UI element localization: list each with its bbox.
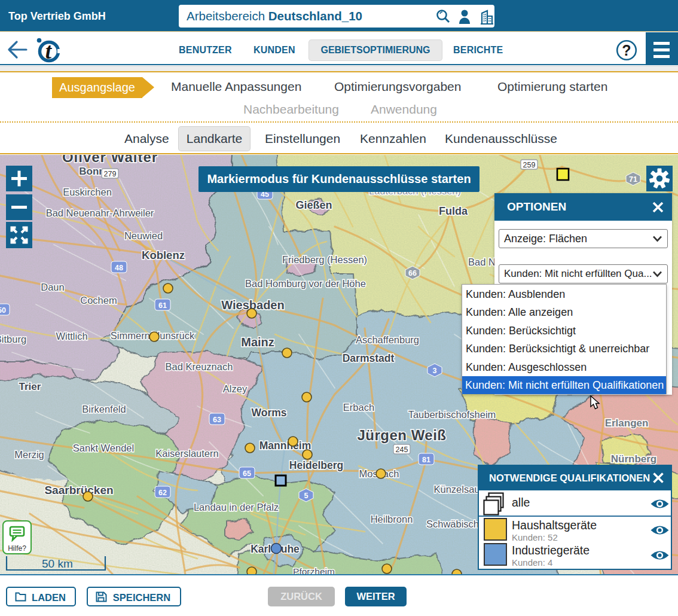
svg-text:66: 66 [408,269,417,277]
svg-text:?: ? [622,42,631,59]
svg-text:63: 63 [213,416,221,424]
svg-text:Oliver Walter: Oliver Walter [62,155,158,165]
svg-text:Euskirchen: Euskirchen [63,187,112,197]
svg-text:Alzey: Alzey [223,383,248,394]
svg-text:Bonn: Bonn [79,166,105,177]
svg-text:Bad Kreuznach: Bad Kreuznach [166,361,233,372]
svg-text:Sankt Wendel: Sankt Wendel [73,443,134,453]
svg-text:Daun: Daun [41,282,64,292]
svg-text:3: 3 [433,367,437,375]
svg-text:t: t [45,39,53,63]
svg-text:Neuwied: Neuwied [124,230,163,241]
svg-text:Landau in der Pfalz: Landau in der Pfalz [194,502,279,513]
svg-text:Bad Homburg vor der Höhe: Bad Homburg vor der Höhe [245,278,366,289]
svg-text:Heilbronn: Heilbronn [371,514,413,524]
svg-text:50: 50 [0,306,6,315]
svg-text:Mainz: Mainz [241,336,274,349]
svg-text:Mannheim: Mannheim [259,440,311,452]
svg-text:Aschaffenburg: Aschaffenburg [356,334,419,345]
svg-text:71: 71 [629,175,637,184]
svg-text:Heidelberg: Heidelberg [289,459,343,471]
svg-text:Saarbrücken: Saarbrücken [44,484,113,496]
svg-text:Künzelsau: Künzelsau [433,484,480,495]
svg-text:Koblenz: Koblenz [142,249,185,261]
svg-text:5: 5 [304,492,309,500]
svg-text:Worms: Worms [252,407,287,419]
svg-text:61: 61 [158,301,167,310]
svg-text:Friedberg (Hessen): Friedberg (Hessen) [282,254,367,265]
svg-text:48: 48 [115,264,123,272]
svg-text:62: 62 [158,489,167,497]
svg-text:81: 81 [422,456,430,464]
svg-text:Bad Neuenahr-Ahrweiler: Bad Neuenahr-Ahrweiler [46,208,154,218]
svg-text:Schwäbisch: Schwäbisch [426,519,479,529]
svg-text:Merzig: Merzig [14,449,44,460]
svg-text:Fulda: Fulda [439,205,468,217]
svg-text:Trier: Trier [19,381,41,392]
svg-text:Jürgen Weiß: Jürgen Weiß [357,427,446,443]
svg-text:65: 65 [243,469,251,478]
svg-text:Erbach: Erbach [343,402,374,413]
svg-text:259: 259 [523,161,536,169]
svg-text:Darmstadt: Darmstadt [343,352,395,364]
svg-text:Wittlich: Wittlich [56,331,87,341]
svg-text:Cochem: Cochem [80,295,117,306]
svg-text:245: 245 [396,446,408,454]
svg-text:Nürnberg: Nürnberg [611,453,657,465]
svg-text:Birkenfeld: Birkenfeld [82,404,126,414]
svg-text:279: 279 [104,170,117,178]
svg-text:Erlangen: Erlangen [605,417,649,429]
svg-text:Gießen: Gießen [295,199,332,211]
svg-text:Tauberbischofsheim: Tauberbischofsheim [408,409,496,420]
svg-text:Kaiserslautern: Kaiserslautern [155,448,218,459]
svg-text:Bitburg: Bitburg [0,334,26,344]
svg-text:Bad N: Bad N [468,257,496,267]
